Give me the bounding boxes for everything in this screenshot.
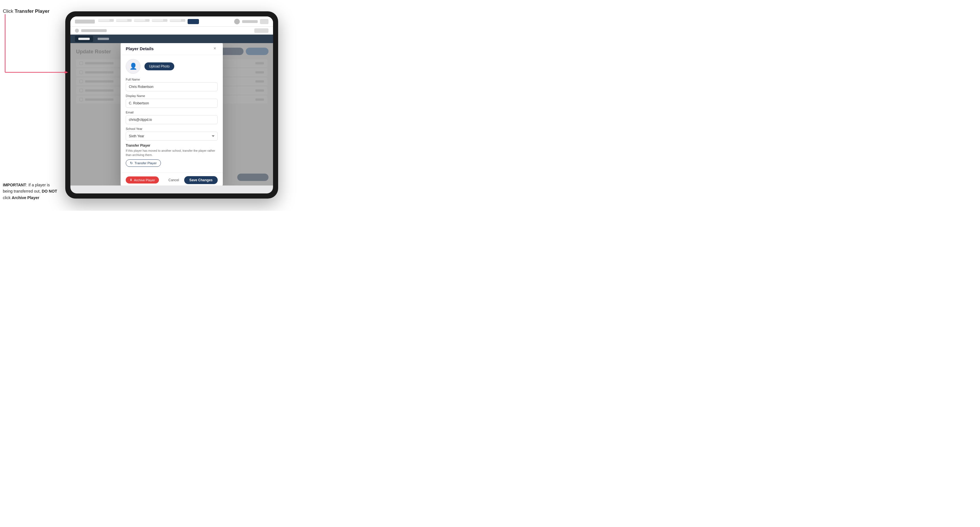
upload-photo-button[interactable]: Upload Photo xyxy=(145,62,174,70)
modal-header: Player Details × xyxy=(121,43,223,55)
modal-title: Player Details xyxy=(126,46,154,51)
transfer-btn-label: Transfer Player xyxy=(135,161,157,165)
archive-icon: ⬇ xyxy=(130,178,132,182)
nav-dashboard xyxy=(98,19,114,22)
email-input[interactable] xyxy=(126,115,218,124)
sub-header-label xyxy=(81,29,107,32)
modal-body: 👤 Upload Photo Full Name Display Name xyxy=(121,55,223,172)
display-name-input[interactable] xyxy=(126,99,218,108)
modal-footer: ⬇ Archive Player Cancel Save Changes xyxy=(121,173,223,186)
full-name-group: Full Name xyxy=(126,78,218,91)
sub-header xyxy=(70,27,273,35)
instruction-bold: Transfer Player xyxy=(15,8,50,14)
person-icon: 👤 xyxy=(129,63,137,70)
nav-teams xyxy=(134,19,150,22)
tablet-screen: Update Roster xyxy=(70,16,273,194)
nav-coaches xyxy=(152,19,167,22)
tab-active[interactable] xyxy=(75,36,93,42)
instruction-bottom: IMPORTANT: If a player is being transfer… xyxy=(3,182,60,201)
tablet-frame: Update Roster xyxy=(65,11,278,198)
modal-overlay: Player Details × 👤 Upload Photo xyxy=(70,43,273,186)
instruction-important: IMPORTANT xyxy=(3,183,26,187)
instruction-archive-player: Archive Player xyxy=(12,195,39,200)
app-header xyxy=(70,16,273,27)
school-year-group: School Year First Year Second Year Third… xyxy=(126,127,218,141)
nav-tournaments xyxy=(116,19,132,22)
email-label: Email xyxy=(126,111,218,114)
app-avatar xyxy=(234,19,240,24)
tab-bar xyxy=(70,35,273,43)
modal-close-button[interactable]: × xyxy=(212,46,218,51)
transfer-section-desc: If this player has moved to another scho… xyxy=(126,149,218,157)
school-year-select[interactable]: First Year Second Year Third Year Fourth… xyxy=(126,132,218,141)
tab-item-2[interactable] xyxy=(94,36,112,42)
instruction-prefix: Click xyxy=(3,8,15,14)
transfer-section-title: Transfer Player xyxy=(126,143,218,148)
archive-btn-label: Archive Player xyxy=(134,178,155,182)
player-details-modal: Player Details × 👤 Upload Photo xyxy=(121,43,223,186)
email-group: Email xyxy=(126,111,218,124)
instruction-top: Click Transfer Player xyxy=(3,8,49,15)
archive-player-button[interactable]: ⬇ Archive Player xyxy=(126,176,159,184)
sub-header-icon xyxy=(75,29,79,33)
school-year-label: School Year xyxy=(126,127,218,130)
display-name-group: Display Name xyxy=(126,94,218,108)
cancel-button[interactable]: Cancel xyxy=(166,176,182,184)
full-name-input[interactable] xyxy=(126,82,218,91)
transfer-icon: ↻ xyxy=(130,161,133,165)
main-content: Update Roster xyxy=(70,43,273,186)
transfer-player-button[interactable]: ↻ Transfer Player xyxy=(126,159,161,167)
app-header-right xyxy=(234,19,269,24)
photo-row: 👤 Upload Photo xyxy=(126,59,218,74)
instruction-do-not: DO NOT xyxy=(42,189,57,194)
app-header-school xyxy=(242,20,258,23)
full-name-label: Full Name xyxy=(126,78,218,81)
nav-more-active[interactable] xyxy=(188,19,199,24)
app-nav xyxy=(98,19,231,24)
save-changes-button[interactable]: Save Changes xyxy=(184,176,218,184)
app-logo xyxy=(75,19,95,24)
app-header-action xyxy=(260,19,269,24)
photo-circle: 👤 xyxy=(126,59,140,74)
sub-header-action xyxy=(254,29,269,33)
transfer-section: Transfer Player If this player has moved… xyxy=(126,143,218,167)
display-name-label: Display Name xyxy=(126,94,218,98)
nav-athletes xyxy=(170,19,185,22)
